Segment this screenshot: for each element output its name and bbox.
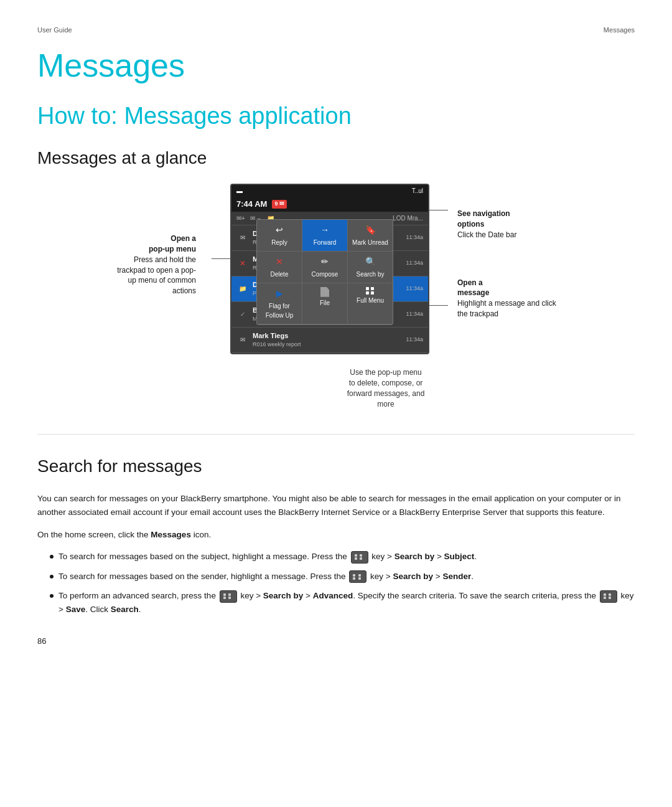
left-annotation-body: Press and hold the trackpad to open a po… [117, 255, 196, 295]
right-annotations: See navigationoptions Click the Date bar… [448, 184, 560, 357]
subject-bold: Subject [444, 552, 475, 561]
popup-file[interactable]: File [302, 283, 348, 324]
connector-left [212, 184, 230, 259]
search-section: Search for messages You can search for m… [37, 453, 635, 616]
bullet-text-3: To perform an advanced search, press the… [58, 589, 635, 616]
time-darren2: 11:34a [406, 285, 423, 293]
red-x-icon: ✕ [236, 258, 249, 268]
right-annotation-top-title: See navigationoptions [457, 209, 560, 230]
search-icon: 🔍 [350, 255, 390, 268]
status-bar: ▬ T..ul [231, 185, 428, 197]
time-marktiegs: 11:34a [406, 336, 423, 344]
header-row: User Guide Messages [37, 25, 635, 35]
key-icon-3 [220, 590, 237, 603]
bottom-annotation: Use the pop-up menuto delete, compose, o… [137, 367, 635, 409]
file-icon [320, 287, 329, 297]
flag-icon: ▶ [259, 287, 299, 300]
folder-icon: 📁 [236, 284, 249, 293]
bullet-text-1: To search for messages based on the subj… [58, 550, 477, 564]
save-bold: Save [66, 605, 86, 614]
delete-icon: ✕ [259, 255, 299, 268]
right-annotation-top: See navigationoptions Click the Date bar [457, 209, 560, 240]
right-annotation-top-body: Click the Date bar [457, 230, 560, 240]
page-title: Messages [37, 48, 635, 83]
page-number: 86 [37, 635, 635, 648]
bullet-item-1: To search for messages based on the subj… [50, 550, 635, 564]
reply-icon: ↩ [259, 224, 299, 237]
subject-marktiegs: R016 weekly report [253, 341, 403, 349]
reply-label: Reply [271, 239, 287, 246]
signal-icon: T..ul [412, 186, 423, 196]
sender-bold: Sender [442, 572, 471, 581]
time-display: 7:44 AM [236, 198, 267, 210]
mark-unread-label: Mark Unread [352, 239, 388, 246]
status-icon: ▬ [236, 186, 243, 196]
message-content-marktiegs: Mark Tiegs R016 weekly report [253, 331, 403, 349]
file-label: File [320, 300, 330, 306]
key-grid-3 [223, 593, 233, 599]
compose-label: Compose [312, 271, 338, 278]
popup-forward[interactable]: → Forward [302, 220, 348, 251]
key-grid-1 [355, 554, 365, 560]
mark-unread-icon: 🔖 [350, 224, 390, 237]
advanced-bold: Advanced [313, 591, 353, 600]
popup-mark-unread[interactable]: 🔖 Mark Unread [348, 220, 393, 251]
key-icon-4 [600, 590, 617, 603]
section2-title: Messages at a glance [37, 145, 635, 171]
search-by-bold-1: Search by [394, 552, 435, 561]
header-left: User Guide [37, 25, 72, 35]
left-annotation-title: Open apop-up menu [149, 234, 196, 253]
popup-delete[interactable]: ✕ Delete [257, 252, 302, 283]
popup-row-1: ↩ Reply → Forward 🔖 Mark Unread [257, 220, 393, 252]
right-annotation-bottom-title: Open amessage [457, 278, 560, 299]
bullet-dot-3 [50, 594, 54, 598]
popup-menu: ↩ Reply → Forward 🔖 Mark Unread [256, 219, 393, 325]
search-by-bold-3: Search by [263, 591, 304, 600]
full-menu-icon [366, 287, 375, 295]
bullet-text-2: To search for messages based on the send… [58, 570, 474, 583]
diagram-row: Open apop-up menu Press and hold the tra… [37, 184, 635, 358]
message-item-marktiegs: ✉ Mark Tiegs R016 weekly report 11:34a [231, 328, 428, 353]
forward-label: Forward [314, 239, 337, 246]
section-divider [37, 434, 635, 435]
time-bar: 7:44 AM 9 ✉ [231, 197, 428, 212]
search-intro-text: You can search for messages on your Blac… [37, 494, 621, 517]
popup-full-menu[interactable]: Full Menu [348, 283, 393, 324]
popup-row-3: ▶ Flag for Follow Up File [257, 283, 393, 324]
connectors-right [429, 184, 448, 358]
search-bold: Search [111, 605, 139, 614]
key-grid-2 [353, 574, 363, 580]
bottom-annotation-text: Use the pop-up menuto delete, compose, o… [347, 368, 425, 408]
notification-badge: 9 ✉ [272, 200, 287, 209]
key-grid-4 [604, 593, 614, 599]
bullet-item-2: To search for messages based on the send… [50, 570, 635, 583]
glance-section: Messages at a glance Open apop-up menu P… [37, 145, 635, 409]
popup-overlay: ✉ Darren RE: Pee... 11:34a ↩ [231, 225, 428, 251]
check-icon: ✓ [236, 309, 249, 319]
popup-search-by[interactable]: 🔍 Search by [348, 252, 393, 283]
bullet-dot-1 [50, 555, 54, 559]
header-right: Messages [604, 25, 635, 35]
popup-flag[interactable]: ▶ Flag for Follow Up [257, 283, 302, 324]
search-by-bold-2: Search by [393, 572, 433, 581]
email-icon: ✉ [236, 233, 249, 242]
time-darren: 11:34a [406, 234, 423, 242]
delete-label: Delete [271, 271, 289, 278]
search-intro: You can search for messages on your Blac… [37, 492, 635, 519]
popup-compose[interactable]: ✏ Compose [302, 252, 348, 283]
messages-bold: Messages [151, 530, 191, 539]
home-screen-text: On the home screen, click the Messages i… [37, 528, 635, 542]
left-annotation: Open apop-up menu Press and hold the tra… [112, 184, 212, 296]
sender-marktiegs: Mark Tiegs [253, 331, 403, 341]
phone-screen-wrapper: ▬ T..ul 7:44 AM 9 ✉ ✉+ ✉→ 📁 LOD Mra... [230, 184, 429, 354]
bullet-dot-2 [50, 575, 54, 578]
key-icon-1 [351, 551, 368, 564]
section1-title: How to: Messages application [37, 102, 635, 131]
bullet-item-3: To perform an advanced search, press the… [50, 589, 635, 616]
flag-label: Flag for Follow Up [266, 303, 293, 319]
popup-reply[interactable]: ↩ Reply [257, 220, 302, 251]
right-annotation-bottom: Open amessage Highlight a message and cl… [457, 278, 560, 319]
forward-icon: → [305, 224, 345, 237]
search-by-label: Search by [356, 271, 384, 278]
email-icon-2: ✉ [236, 335, 249, 344]
